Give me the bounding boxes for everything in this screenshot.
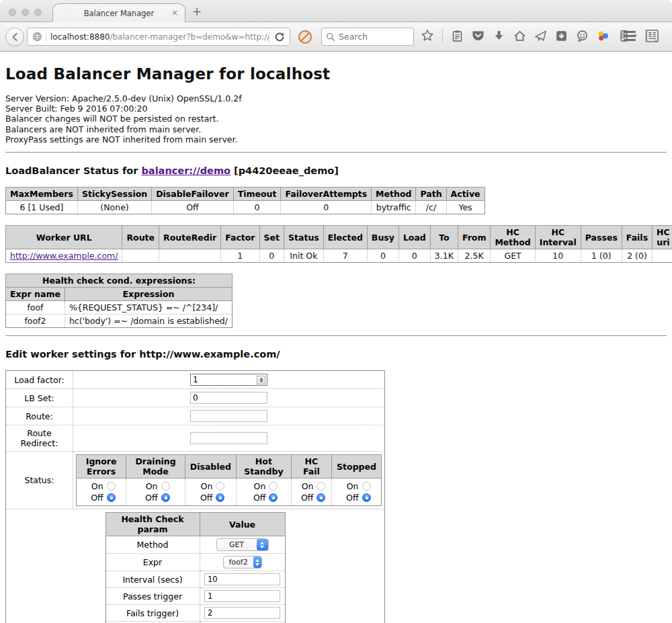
- hc-row-passes: Passes trigger: [106, 588, 285, 605]
- radio-ignore-errors-on[interactable]: [107, 482, 116, 491]
- navigation-toolbar: localhost:8880/balancer-manager?b=demo&w…: [0, 22, 672, 52]
- column-header: Factor: [221, 226, 259, 249]
- cell-fails: 2 (0): [622, 249, 652, 263]
- column-header: Busy: [367, 226, 398, 249]
- column-header: Fails: [622, 226, 652, 249]
- save-to-device-icon[interactable]: [555, 30, 568, 42]
- colored-dots-icon[interactable]: [597, 30, 610, 42]
- search-bar[interactable]: [321, 28, 414, 46]
- heading-prefix: LoadBalancer Status for: [5, 165, 141, 176]
- cell-hc-uri: [653, 249, 672, 263]
- route-label: Route:: [6, 407, 73, 425]
- column-header: StickySession: [77, 188, 151, 201]
- form-row-route-redirect: Route Redirect:: [6, 425, 385, 452]
- send-plane-icon[interactable]: [534, 30, 547, 42]
- cell-expr-name: foof2: [6, 315, 65, 328]
- column-header: Hot Standby: [236, 455, 291, 479]
- url-bar[interactable]: localhost:8880/balancer-manager?b=demo&w…: [27, 28, 290, 46]
- browser-window: Balancer Manager × + localhost:8880/bala…: [0, 0, 672, 623]
- home-icon[interactable]: [513, 30, 526, 42]
- chat-smiley-icon[interactable]: [576, 30, 589, 42]
- search-icon: [326, 32, 335, 42]
- form-row-status: Status: Ignore Errors Draining Mode Disa…: [6, 452, 385, 509]
- divider: [5, 335, 667, 336]
- interval-input[interactable]: [204, 573, 280, 585]
- column-header: Active: [446, 188, 485, 201]
- table-title-row: Health check cond. expressions:: [6, 274, 233, 288]
- bookmark-star-icon[interactable]: [421, 29, 434, 42]
- route-input[interactable]: [190, 410, 267, 422]
- radio-draining-mode-off[interactable]: [161, 493, 170, 502]
- expr-select[interactable]: foof2: [223, 556, 262, 569]
- hc-row-method: Method GET: [106, 536, 285, 554]
- radio-draining-mode-on[interactable]: [161, 482, 170, 491]
- cell-timeout: 0: [233, 201, 281, 214]
- radio-disabled-off[interactable]: [216, 493, 224, 502]
- radio-label-on: On: [87, 481, 103, 491]
- lb-set-input[interactable]: [190, 392, 267, 404]
- window-close-button[interactable]: [9, 9, 16, 16]
- number-spinner-icon[interactable]: [257, 376, 265, 384]
- window-minimize-button[interactable]: [22, 9, 29, 16]
- content-block-icon[interactable]: [297, 29, 313, 45]
- search-input[interactable]: [339, 32, 406, 42]
- cell-expr-name: foof: [6, 301, 65, 315]
- passes-trigger-input[interactable]: [204, 590, 280, 602]
- toolbar-separator: [442, 29, 443, 42]
- pocket-icon[interactable]: [472, 30, 485, 42]
- radio-hc-fail-off[interactable]: [317, 493, 325, 502]
- radio-stopped-off[interactable]: [362, 493, 371, 502]
- server-info-line: Server Built: Feb 9 2016 07:00:20: [5, 103, 667, 114]
- method-select[interactable]: GET: [216, 538, 269, 551]
- cell-expression: %{REQUEST_STATUS} =~ /^[234]/: [65, 301, 232, 315]
- new-tab-button[interactable]: +: [192, 5, 202, 18]
- column-header: Path: [416, 188, 446, 201]
- table-header-row: Ignore Errors Draining Mode Disabled Hot…: [77, 455, 382, 479]
- reload-icon: [274, 32, 285, 42]
- column-header: Value: [200, 513, 285, 536]
- fails-trigger-input[interactable]: [204, 607, 280, 619]
- table-row: 6 [1 Used] (None) Off 0 0 bytraffic /c/ …: [6, 201, 485, 214]
- tiles-grid-icon[interactable]: [645, 29, 659, 43]
- column-header: Method: [372, 188, 416, 201]
- tab-balancer-manager[interactable]: Balancer Manager ×: [52, 3, 185, 23]
- load-factor-input[interactable]: [190, 374, 267, 386]
- radio-ignore-errors-off[interactable]: [107, 493, 116, 502]
- tab-title: Balancer Manager: [84, 9, 155, 18]
- radio-label-off: Off: [249, 493, 265, 503]
- tab-close-icon[interactable]: ×: [171, 8, 178, 17]
- divider: [5, 152, 667, 153]
- route-redirect-input[interactable]: [190, 432, 267, 444]
- radio-hot-standby-off[interactable]: [269, 493, 278, 502]
- radio-disabled-on[interactable]: [216, 482, 224, 491]
- table-header-row: Health Check param Value: [106, 513, 285, 536]
- back-button[interactable]: [5, 28, 24, 46]
- select-stepper-icon: [257, 539, 268, 550]
- downloads-icon[interactable]: [493, 30, 505, 42]
- loadbalancer-status-heading: LoadBalancer Status for balancer://demo …: [5, 165, 667, 176]
- url-text[interactable]: localhost:8880/balancer-manager?b=demo&w…: [46, 32, 269, 42]
- column-header: HC uri: [653, 226, 672, 249]
- clipboard-icon[interactable]: [451, 30, 464, 42]
- url-path: /balancer-manager?b=demo&w=http://www.ex…: [110, 32, 269, 42]
- worker-status-table: Worker URL Route RouteRedir Factor Set S…: [5, 225, 672, 263]
- method-label: Method: [106, 536, 200, 554]
- radio-hot-standby-on[interactable]: [269, 482, 278, 491]
- balancer-demo-link[interactable]: balancer://demo: [141, 165, 230, 176]
- radio-hc-fail-on[interactable]: [317, 482, 325, 491]
- radio-stopped-on[interactable]: [362, 482, 371, 491]
- expr-label: Expr: [106, 554, 200, 571]
- back-arrow-icon: [9, 32, 20, 42]
- worker-url-link[interactable]: http://www.example.com/: [10, 251, 118, 261]
- cell-disablefailover: Off: [152, 201, 233, 214]
- menu-hamburger-icon[interactable]: [624, 31, 636, 41]
- cell-hc-method: GET: [491, 249, 535, 263]
- form-row-route: Route:: [6, 407, 385, 425]
- window-zoom-button[interactable]: [34, 9, 42, 16]
- column-header: Health Check param: [106, 513, 200, 536]
- cell-to: 3.1K: [430, 249, 458, 263]
- reload-button[interactable]: [269, 32, 290, 42]
- expr-row: foof %{REQUEST_STATUS} =~ /^[234]/: [6, 301, 233, 315]
- balancer-status-table: MaxMembers StickySession DisableFailover…: [5, 187, 485, 214]
- select-stepper-icon: [253, 556, 261, 568]
